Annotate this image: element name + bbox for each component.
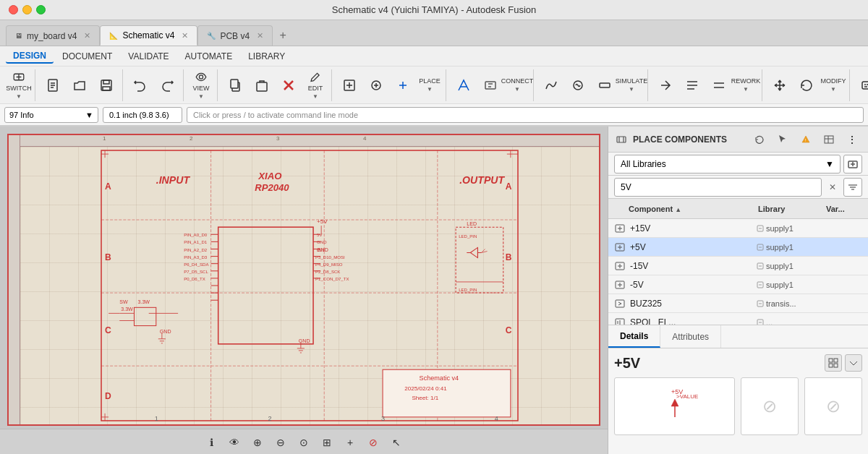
- svg-rect-3: [103, 80, 109, 84]
- search-clear-btn[interactable]: ✕: [825, 179, 841, 195]
- crosshair-btn[interactable]: +: [341, 433, 359, 452]
- edit-label: EDIT: [308, 85, 323, 92]
- add-library-icon: [848, 159, 858, 169]
- stop-btn[interactable]: ⊘: [364, 433, 383, 452]
- tab-schematic[interactable]: 📐 Schematic v4 ✕: [100, 25, 197, 46]
- expand-btn[interactable]: [845, 354, 862, 372]
- component-row-buz325[interactable]: BUZ325 transis...: [608, 294, 868, 313]
- delete-button[interactable]: [276, 71, 302, 100]
- add-library-btn[interactable]: [843, 155, 862, 174]
- menu-validate[interactable]: VALIDATE: [121, 50, 176, 63]
- component-column-header[interactable]: Component ▲: [629, 205, 755, 213]
- rework-btn1[interactable]: [652, 71, 678, 100]
- zoom-fit-btn[interactable]: ⊙: [294, 433, 313, 452]
- canvas-area[interactable]: 1 2 3 4 A: [0, 127, 608, 454]
- copy-button[interactable]: [222, 71, 248, 100]
- tab-my-board[interactable]: 🖥 my_board v4 ✕: [6, 25, 100, 46]
- details-tab-details[interactable]: Details: [608, 325, 660, 348]
- menu-automate[interactable]: AUTOMATE: [178, 50, 240, 63]
- cursor-btn[interactable]: ↖: [387, 433, 406, 452]
- grid-btn[interactable]: ⊞: [318, 433, 336, 452]
- preview-placeholder-2: ⊘: [826, 396, 841, 416]
- tab-pcb[interactable]: 🔧 PCB v4 ✕: [197, 25, 273, 46]
- search-filter-btn[interactable]: [843, 178, 862, 197]
- lib-icon-buz325: [757, 300, 764, 307]
- visibility-btn[interactable]: 👁: [225, 433, 244, 452]
- details-panel: Details Attributes +5V: [608, 325, 868, 454]
- move-button[interactable]: [767, 71, 793, 100]
- refresh-icon: [799, 78, 814, 93]
- refresh-button[interactable]: [793, 71, 820, 100]
- shortcuts-btn1[interactable]: [854, 71, 868, 100]
- command-placeholder: Click or press / to activate command lin…: [193, 111, 358, 119]
- panel-refresh-btn[interactable]: [751, 131, 768, 148]
- rework-btn2[interactable]: [679, 71, 705, 100]
- library-column-header[interactable]: Library: [758, 205, 823, 213]
- bottom-toolbar: ℹ 👁 ⊕ ⊖ ⊙ ⊞ + ⊘ ↖: [0, 429, 608, 454]
- modify-dropdown-icon: ▼: [830, 86, 836, 93]
- svg-rect-153: [829, 359, 833, 362]
- place-btn1[interactable]: [336, 71, 362, 100]
- zoom-out-btn[interactable]: ⊖: [271, 433, 290, 452]
- add-tab-button[interactable]: +: [273, 25, 293, 46]
- undo-button[interactable]: [127, 71, 153, 100]
- move-icon: [773, 78, 787, 93]
- minimize-button[interactable]: [22, 5, 32, 14]
- menu-document[interactable]: DOCUMENT: [55, 50, 119, 63]
- component-row-plus5v[interactable]: +5V supply1: [608, 238, 868, 257]
- component-search-input[interactable]: [614, 178, 822, 197]
- place-button[interactable]: PLACE ▼: [417, 71, 443, 100]
- connect-group: CONNECT ▼: [448, 69, 534, 101]
- component-row-minus15v[interactable]: -15V supply1: [608, 257, 868, 275]
- component-row-minus5v[interactable]: -5V supply1: [608, 275, 868, 294]
- tab-close-my-board[interactable]: ✕: [84, 31, 90, 40]
- variant-column-header[interactable]: Var...: [826, 205, 862, 213]
- info-dropdown[interactable]: 97 Info ▼: [4, 107, 98, 123]
- sim-btn3[interactable]: [592, 71, 618, 100]
- svg-text:B: B: [506, 252, 512, 262]
- panel-more-btn[interactable]: ⋮: [843, 131, 861, 148]
- details-tab-attributes[interactable]: Attributes: [660, 325, 721, 348]
- rework-button[interactable]: REWORK ▼: [733, 71, 759, 100]
- modify-button[interactable]: MODIFY ▼: [820, 71, 846, 100]
- tab-close-pcb[interactable]: ✕: [257, 31, 263, 40]
- info-btn[interactable]: ℹ: [202, 433, 221, 452]
- coord-value: 0.1 inch (9.8 3.6): [109, 111, 169, 119]
- paste-button[interactable]: [249, 71, 275, 100]
- edit-icon: [308, 71, 323, 83]
- svg-rect-14: [862, 82, 868, 89]
- window-title: Schematic v4 (Yuichi TAMIYA) - Autodesk …: [332, 4, 537, 15]
- switch-button[interactable]: SWITCH ▼: [6, 71, 32, 100]
- sim-btn2[interactable]: [565, 71, 591, 100]
- redo-button[interactable]: [154, 71, 180, 100]
- rework-btn3[interactable]: [706, 71, 732, 100]
- simulate-button[interactable]: SIMULATE ▼: [618, 71, 644, 100]
- component-row-spol-el[interactable]: SPOL_EL... ...: [608, 313, 868, 325]
- view-group: VIEW ▼: [185, 69, 218, 101]
- menu-design[interactable]: DESIGN: [6, 49, 54, 64]
- new-button[interactable]: [40, 71, 66, 100]
- sim-btn1[interactable]: [538, 71, 564, 100]
- library-select[interactable]: All Libraries ▼: [614, 155, 841, 174]
- connect-btn2[interactable]: [477, 71, 503, 100]
- save-button[interactable]: [93, 71, 119, 100]
- menu-library[interactable]: LIBRARY: [241, 50, 292, 63]
- component-row-plus15v[interactable]: +15V supply1: [608, 219, 868, 238]
- panel-warning-btn[interactable]: !: [797, 131, 814, 148]
- connect-button[interactable]: CONNECT ▼: [504, 71, 530, 100]
- panel-table-btn[interactable]: [820, 131, 838, 148]
- view-button[interactable]: VIEW ▼: [188, 71, 214, 100]
- panel-cursor-btn[interactable]: [774, 131, 791, 148]
- maximize-button[interactable]: [36, 5, 46, 14]
- close-button[interactable]: [9, 5, 18, 14]
- place-btn3[interactable]: [390, 71, 416, 100]
- tab-close-schematic[interactable]: ✕: [182, 31, 188, 40]
- edit-button[interactable]: EDIT ▼: [302, 71, 328, 100]
- place-btn2[interactable]: [363, 71, 389, 100]
- connect-btn1[interactable]: [451, 71, 477, 100]
- schematic-frame[interactable]: 1 2 3 4 A: [7, 134, 600, 426]
- zoom-in-btn[interactable]: ⊕: [248, 433, 267, 452]
- open-button[interactable]: [67, 71, 93, 100]
- grid-view-btn[interactable]: [825, 354, 842, 372]
- command-input[interactable]: Click or press / to activate command lin…: [187, 107, 864, 123]
